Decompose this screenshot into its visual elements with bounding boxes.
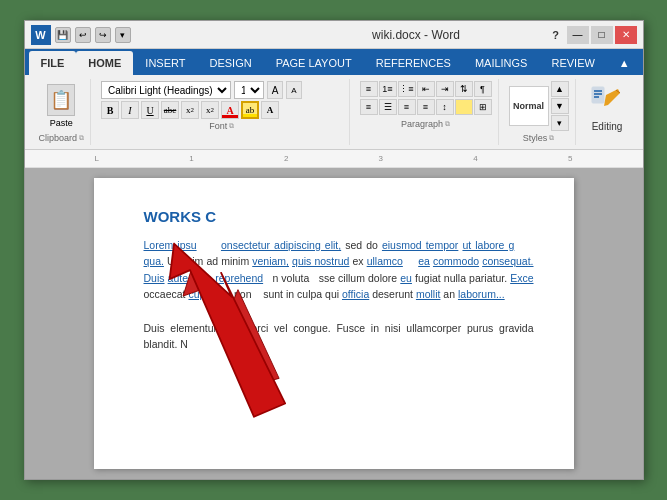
underline-button[interactable]: U	[141, 101, 159, 119]
borders-button[interactable]: ⊞	[474, 99, 492, 115]
maximize-button[interactable]: □	[591, 26, 613, 44]
align-left-button[interactable]: ≡	[360, 99, 378, 115]
tab-file[interactable]: FILE	[29, 51, 77, 75]
quis-link[interactable]: quis nostrud	[292, 255, 349, 267]
tab-home[interactable]: HOME	[76, 51, 133, 75]
show-formatting-button[interactable]: ¶	[474, 81, 492, 97]
numbered-list-button[interactable]: 1≡	[379, 81, 397, 97]
font-expand-icon[interactable]: ⧉	[229, 122, 234, 130]
tab-references[interactable]: REFERENCES	[364, 51, 463, 75]
style-normal[interactable]: Normal	[509, 86, 549, 126]
paste-icon: 📋	[47, 84, 75, 116]
styles-more-button[interactable]: ▾	[551, 115, 569, 131]
document-area: WORKS C Lorem ipsu onsectetur adipiscing…	[25, 168, 643, 479]
lorem-link-1[interactable]: Lorem ipsu	[144, 239, 197, 251]
ribbon-tab-bar: FILE HOME INSERT DESIGN PAGE LAYOUT REFE…	[25, 49, 643, 75]
justify-button[interactable]: ≡	[417, 99, 435, 115]
strikethrough-button[interactable]: abc	[161, 101, 179, 119]
paste-button[interactable]: 📋 Paste	[43, 82, 79, 130]
clipboard-label: Clipboard ⧉	[39, 133, 85, 143]
font-selector-row: Calibri Light (Headings) 16 A A	[101, 81, 342, 99]
redo-button[interactable]: ↪	[95, 27, 111, 43]
document-page[interactable]: WORKS C Lorem ipsu onsectetur adipiscing…	[94, 178, 574, 469]
ruler-numbers: L 1 2 3 4 5	[85, 154, 583, 163]
ut-labore-link[interactable]: ut labore g	[462, 239, 514, 251]
decrease-indent-button[interactable]: ⇤	[417, 81, 435, 97]
duis-link[interactable]: Duis	[144, 272, 165, 284]
text-color-button[interactable]: A	[221, 101, 239, 119]
tab-mailings[interactable]: MAILINGS	[463, 51, 540, 75]
ea-link[interactable]: ea	[418, 255, 430, 267]
minimize-button[interactable]: —	[567, 26, 589, 44]
eiusmod-link[interactable]: eiusmod tempor	[382, 239, 458, 251]
shading-button[interactable]	[455, 99, 473, 115]
styles-up-button[interactable]: ▲	[551, 81, 569, 97]
clipboard-group-content: 📋 Paste	[43, 81, 79, 131]
styles-expand-icon[interactable]: ⧉	[549, 134, 554, 142]
window-controls: — □ ✕	[567, 26, 637, 44]
customize-qat-button[interactable]: ▾	[115, 27, 131, 43]
ribbon-content: 📋 Paste Clipboard ⧉ Calibri Light (Headi…	[25, 75, 643, 150]
mollit-link[interactable]: mollit	[416, 288, 441, 300]
line-spacing-button[interactable]: ↕	[436, 99, 454, 115]
italic-button[interactable]: I	[121, 101, 139, 119]
document-heading: WORKS C	[144, 208, 534, 225]
consequat-link[interactable]: consequat.	[482, 255, 533, 267]
reprehend-link[interactable]: reprehend	[215, 272, 263, 284]
veniam-link[interactable]: veniam,	[252, 255, 289, 267]
paste-label: Paste	[50, 118, 73, 128]
undo-button[interactable]: ↩	[75, 27, 91, 43]
paragraph-row2: ≡ ☰ ≡ ≡ ↕ ⊞	[360, 99, 492, 115]
font-color-button[interactable]: A	[261, 101, 279, 119]
align-center-button[interactable]: ☰	[379, 99, 397, 115]
save-button[interactable]: 💾	[55, 27, 71, 43]
subscript-button[interactable]: x2	[181, 101, 199, 119]
paragraph-expand-icon[interactable]: ⧉	[445, 120, 450, 128]
tab-design[interactable]: DESIGN	[197, 51, 263, 75]
increase-indent-button[interactable]: ⇥	[436, 81, 454, 97]
styles-nav: ▲ ▼ ▾	[551, 81, 569, 131]
multilevel-list-button[interactable]: ⋮≡	[398, 81, 416, 97]
document-paragraph-1: Lorem ipsu onsectetur adipiscing elit, s…	[144, 237, 534, 302]
ullamco-link[interactable]: ullamco	[367, 255, 403, 267]
aute-link[interactable]: aute irure	[168, 272, 213, 284]
close-button[interactable]: ✕	[615, 26, 637, 44]
font-label: Font ⧉	[209, 121, 234, 131]
superscript-button[interactable]: x2	[201, 101, 219, 119]
help-button[interactable]: ?	[545, 26, 567, 44]
styles-gallery: Normal ▲ ▼ ▾	[509, 81, 569, 131]
align-right-button[interactable]: ≡	[398, 99, 416, 115]
officia-link[interactable]: officia	[342, 288, 369, 300]
bullets-button[interactable]: ≡	[360, 81, 378, 97]
font-group: Calibri Light (Headings) 16 A A B I U ab…	[95, 79, 349, 145]
exce-link[interactable]: Exce	[510, 272, 533, 284]
cupidatat-link[interactable]: cupidatat	[188, 288, 231, 300]
ruler: L 1 2 3 4 5	[25, 150, 643, 168]
paragraph-group: ≡ 1≡ ⋮≡ ⇤ ⇥ ⇅ ¶ ≡ ☰ ≡ ≡ ↕	[354, 79, 499, 145]
highlight-color-button[interactable]: ab	[241, 101, 259, 119]
tab-page-layout[interactable]: PAGE LAYOUT	[264, 51, 364, 75]
laborum-link[interactable]: laborum...	[458, 288, 505, 300]
font-format-row: B I U abc x2 x2 A ab A	[101, 101, 342, 119]
ribbon: FILE HOME INSERT DESIGN PAGE LAYOUT REFE…	[25, 49, 643, 150]
tab-review[interactable]: REVIEW	[539, 51, 606, 75]
qua-link[interactable]: qua.	[144, 255, 164, 267]
clipboard-expand-icon[interactable]: ⧉	[79, 134, 84, 142]
consectetur-link[interactable]: onsectetur adipiscing elit,	[221, 239, 341, 251]
font-size-selector[interactable]: 16	[234, 81, 264, 99]
commodo-link[interactable]: commodo	[433, 255, 479, 267]
sort-button[interactable]: ⇅	[455, 81, 473, 97]
highlight-color-bar	[243, 114, 257, 117]
eu-link[interactable]: eu	[400, 272, 412, 284]
font-size-increase-button[interactable]: A	[267, 81, 283, 99]
bold-button[interactable]: B	[101, 101, 119, 119]
title-bar: W 💾 ↩ ↪ ▾ wiki.docx - Word ? — □ ✕	[25, 21, 643, 49]
font-name-selector[interactable]: Calibri Light (Headings)	[101, 81, 231, 99]
styles-down-button[interactable]: ▼	[551, 98, 569, 114]
font-row1: Calibri Light (Headings) 16 A A B I U ab…	[101, 81, 342, 119]
clipboard-group: 📋 Paste Clipboard ⧉	[33, 79, 92, 145]
tab-insert[interactable]: INSERT	[133, 51, 197, 75]
font-size-decrease-button[interactable]: A	[286, 81, 302, 99]
tab-expand[interactable]: ▲	[607, 51, 642, 75]
document-paragraph-2: Duis elementum non orci vel congue. Fusc…	[144, 320, 534, 353]
